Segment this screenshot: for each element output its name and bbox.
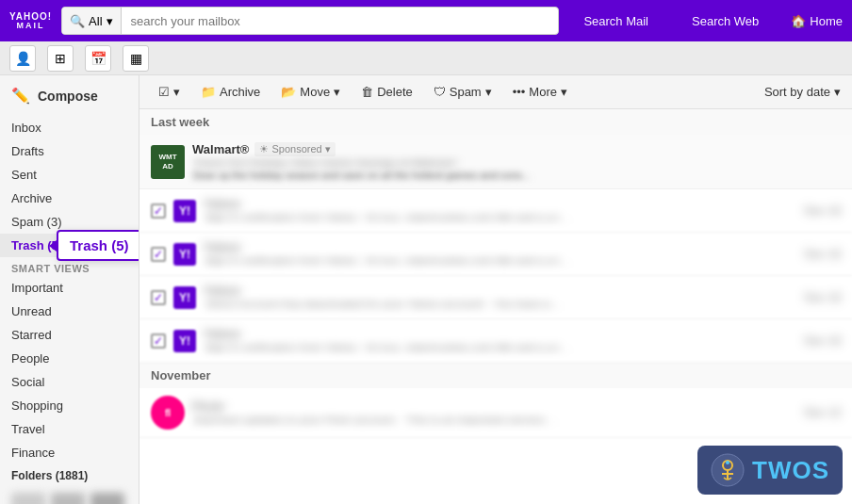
search-input[interactable]	[122, 8, 559, 34]
folder-avatars	[0, 487, 139, 504]
person-icon-btn[interactable]: 👤	[9, 45, 36, 72]
tooltip-arrow	[49, 240, 57, 252]
yahoo-3-subject: Yahoo Account Key deactivated for your Y…	[204, 298, 797, 311]
yahoo-2-content: Yahoo Sign-in notification from Yahoo · …	[204, 240, 797, 268]
sort-label: Sort by date	[764, 85, 830, 99]
home-btn[interactable]: 🏠 Home	[791, 14, 843, 28]
walmart-avatar: WMTAD	[151, 145, 185, 179]
sidebar-item-sent[interactable]: Sent	[0, 163, 139, 187]
email-row-yahoo-1[interactable]: ✓ Y! Yahoo Sign-in notification from Yah…	[139, 189, 852, 233]
home-icon: 🏠	[791, 14, 806, 28]
twos-watermark: TWOS	[697, 446, 843, 495]
search-bar: 🔍 All ▾	[61, 7, 559, 35]
toolbar: ☑ ▾ 📁 Archive 📂 Move ▾ 🗑 Delete 🛡 Spam ▾	[139, 75, 852, 109]
spam-icon: 🛡	[434, 85, 446, 99]
search-web-button[interactable]: Search Web	[677, 7, 774, 35]
spam-label: Spam	[450, 85, 482, 99]
travel-label: Travel	[11, 422, 45, 436]
sidebar-item-shopping[interactable]: Shopping	[0, 394, 139, 417]
trash-tooltip: Trash (5)	[57, 230, 139, 261]
delete-label: Delete	[377, 85, 413, 99]
spam-btn[interactable]: 🛡 Spam ▾	[426, 81, 500, 103]
email-row-flickr[interactable]: fl Flickr Important updates to your Flic…	[139, 388, 852, 438]
delete-icon: 🗑	[361, 85, 373, 99]
move-label: Move	[300, 85, 330, 99]
sort-btn[interactable]: Sort by date ▾	[764, 85, 841, 99]
yahoo-logo: YAHOO! MAIL	[9, 12, 52, 30]
sidebar-item-social[interactable]: Social	[0, 370, 139, 394]
checkbox-yahoo-3[interactable]: ✓	[151, 290, 166, 305]
compose-icon: ✏️	[11, 87, 30, 105]
drafts-label: Drafts	[11, 144, 44, 158]
sidebar-item-drafts[interactable]: Drafts	[0, 139, 139, 163]
starred-label: Starred	[11, 328, 52, 342]
more-label: More	[529, 85, 557, 99]
yahoo-icon-1: Y!	[173, 200, 196, 222]
email-row-yahoo-4[interactable]: ✓ Y! Yahoo Sign-in notification from Yah…	[139, 319, 852, 363]
archive-btn[interactable]: 📁 Archive	[193, 81, 268, 103]
sidebar-item-archive[interactable]: Archive	[0, 187, 139, 210]
inbox-label: Inbox	[11, 121, 41, 135]
sidebar-item-travel[interactable]: Travel	[0, 417, 139, 441]
calendar-icon-btn[interactable]: 📅	[85, 45, 111, 72]
more-chevron-icon: ▾	[561, 85, 567, 99]
email-row-walmart[interactable]: WMTAD Walmart® ☀ Sponsored ▾ Check Out H…	[139, 135, 852, 189]
unread-label: Unread	[11, 304, 52, 318]
email-row-yahoo-2[interactable]: ✓ Y! Yahoo Sign-in notification from Yah…	[139, 233, 852, 276]
date-group-label: Last week	[139, 109, 852, 135]
yahoo-2-date: Nov 19	[805, 248, 841, 261]
walmart-sender: Walmart® ☀ Sponsored ▾	[192, 142, 841, 156]
compose-label: Compose	[38, 89, 98, 104]
checkbox-yahoo-4[interactable]: ✓	[151, 333, 166, 349]
yahoo-3-content: Yahoo Yahoo Account Key deactivated for …	[204, 284, 797, 311]
sidebar-item-inbox[interactable]: Inbox	[0, 116, 139, 139]
walmart-preview: Gear up the holiday season and save on a…	[192, 170, 841, 181]
yahoo-1-subject: Sign-in notification from Yahoo · Hi tru…	[204, 211, 797, 224]
search-mail-button[interactable]: Search Mail	[568, 7, 664, 35]
archive-label: Archive	[220, 85, 260, 99]
checkbox-yahoo-1[interactable]: ✓	[151, 203, 166, 219]
twos-label: TWOS	[752, 456, 829, 485]
yahoo-icon-2: Y!	[173, 243, 196, 266]
sort-chevron-icon: ▾	[834, 85, 841, 99]
important-label: Important	[11, 281, 63, 295]
delete-btn[interactable]: 🗑 Delete	[353, 81, 420, 103]
more-dots-icon: •••	[513, 85, 526, 99]
spam-chevron-icon: ▾	[485, 85, 492, 99]
yahoo-icon-3: Y!	[173, 286, 196, 309]
sidebar: ✏️ Compose Inbox Drafts Sent Archive Spa…	[0, 75, 139, 504]
search-icon: 🔍	[70, 14, 85, 28]
sidebar-item-finance[interactable]: Finance	[0, 441, 139, 464]
sidebar-item-starred[interactable]: Starred	[0, 323, 139, 347]
folder-avatar-1	[11, 493, 45, 504]
layout-icon-btn[interactable]: ▦	[123, 45, 149, 72]
search-filter-label: All	[89, 14, 102, 28]
grid-icon-btn[interactable]: ⊞	[47, 45, 74, 72]
email-area: ☑ ▾ 📁 Archive 📂 Move ▾ 🗑 Delete 🛡 Spam ▾	[139, 75, 852, 504]
icon-row: 👤 ⊞ 📅 ▦	[0, 41, 852, 75]
flickr-date: Nov 13	[805, 406, 841, 419]
sidebar-item-trash[interactable]: Trash (5) 🗑 Trash (5)	[0, 234, 139, 257]
sidebar-item-folders[interactable]: Folders (1881)	[0, 464, 139, 487]
flickr-sender: Flickr	[192, 399, 797, 414]
social-label: Social	[11, 375, 44, 389]
flickr-avatar: fl	[151, 396, 185, 430]
yahoo-logo-sub: MAIL	[9, 22, 52, 30]
move-btn[interactable]: 📂 Move ▾	[273, 81, 348, 103]
main-layout: ✏️ Compose Inbox Drafts Sent Archive Spa…	[0, 75, 852, 504]
checkbox-icon: ☑	[158, 85, 170, 99]
checkbox-yahoo-2[interactable]: ✓	[151, 247, 166, 262]
sidebar-item-important[interactable]: Important	[0, 276, 139, 300]
sidebar-item-people[interactable]: People	[0, 347, 139, 370]
select-all-btn[interactable]: ☑ ▾	[151, 81, 188, 103]
walmart-email-content: Walmart® ☀ Sponsored ▾ Check Out Holiday…	[192, 142, 841, 181]
yahoo-4-date: Nov 19	[805, 334, 841, 348]
move-chevron-icon: ▾	[334, 85, 340, 99]
sidebar-item-unread[interactable]: Unread	[0, 300, 139, 323]
compose-button[interactable]: ✏️ Compose	[0, 79, 139, 112]
email-row-yahoo-3[interactable]: ✓ Y! Yahoo Yahoo Account Key deactivated…	[139, 276, 852, 319]
move-icon: 📂	[281, 85, 296, 99]
more-btn[interactable]: ••• More ▾	[505, 81, 575, 103]
search-filter-btn[interactable]: 🔍 All ▾	[62, 8, 121, 34]
yahoo-3-date: Nov 19	[805, 291, 841, 304]
